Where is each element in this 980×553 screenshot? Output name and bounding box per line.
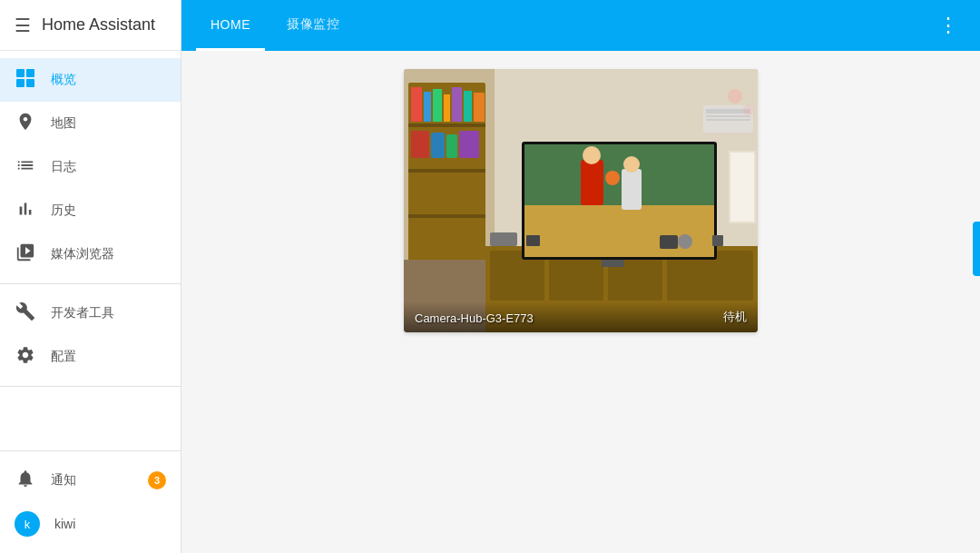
svg-point-37 [623, 156, 640, 173]
svg-rect-13 [424, 92, 431, 122]
sidebar: ☰ Home Assistant 概览 [0, 0, 181, 553]
svg-rect-45 [526, 235, 540, 246]
sidebar-item-devtools[interactable]: 开发者工具 [0, 291, 181, 335]
sidebar-item-notifications[interactable]: 通知 3 [0, 459, 181, 502]
main-content: HOME 摄像监控 ⋮ [181, 0, 980, 553]
sidebar-item-log-label: 日志 [51, 159, 76, 175]
svg-rect-44 [490, 232, 517, 246]
devtools-icon [15, 301, 36, 326]
svg-point-38 [605, 171, 620, 185]
svg-rect-1 [26, 69, 34, 77]
svg-rect-49 [730, 153, 754, 222]
svg-rect-8 [408, 123, 485, 127]
sidebar-item-config[interactable]: 配置 [0, 335, 181, 379]
sidebar-footer: 通知 3 k kiwi [0, 450, 181, 553]
camera-overlay: Camera-Hub-G3-E773 待机 [404, 301, 758, 332]
sidebar-item-log[interactable]: 日志 [0, 145, 181, 189]
svg-point-50 [728, 89, 742, 104]
svg-rect-21 [446, 134, 457, 158]
app-wrapper: ☰ Home Assistant 概览 [0, 0, 980, 553]
history-icon [15, 199, 36, 223]
sidebar-item-history-label: 历史 [51, 202, 76, 219]
svg-rect-36 [622, 169, 642, 210]
sidebar-item-map-label: 地图 [51, 115, 76, 132]
svg-rect-9 [408, 169, 485, 173]
tab-camera-label: 摄像监控 [287, 16, 339, 33]
config-icon [15, 345, 36, 370]
camera-status: 待机 [723, 309, 747, 325]
svg-rect-52 [660, 235, 678, 249]
app-title: Home Assistant [42, 15, 155, 35]
overview-icon [15, 68, 36, 93]
svg-rect-47 [712, 235, 723, 246]
svg-rect-39 [602, 260, 624, 267]
tab-camera[interactable]: 摄像监控 [272, 0, 354, 51]
notifications-icon [15, 469, 36, 493]
svg-rect-42 [706, 115, 750, 117]
tab-home[interactable]: HOME [196, 0, 265, 51]
sidebar-item-notifications-label: 通知 [51, 472, 76, 489]
svg-rect-43 [706, 119, 750, 121]
sidebar-nav: 概览 地图 日志 [0, 51, 181, 450]
svg-rect-33 [524, 205, 714, 257]
svg-rect-18 [474, 93, 485, 122]
camera-card[interactable]: Camera-Hub-G3-E773 待机 [404, 69, 758, 332]
menu-icon[interactable]: ☰ [15, 15, 31, 36]
sidebar-divider-2 [0, 386, 181, 387]
tab-home-label: HOME [211, 17, 250, 32]
sidebar-item-history[interactable]: 历史 [0, 189, 181, 232]
media-icon [15, 242, 36, 267]
svg-rect-14 [433, 89, 442, 122]
svg-rect-17 [464, 91, 472, 122]
svg-rect-2 [16, 79, 24, 87]
camera-feed: Camera-Hub-G3-E773 待机 [404, 69, 758, 332]
content-area: Camera-Hub-G3-E773 待机 [181, 51, 980, 553]
svg-rect-10 [408, 214, 485, 218]
svg-rect-15 [444, 94, 450, 122]
svg-point-35 [583, 146, 601, 164]
svg-rect-12 [411, 87, 422, 122]
sidebar-item-media-label: 媒体浏览器 [51, 246, 114, 262]
svg-rect-19 [411, 131, 429, 158]
svg-rect-20 [431, 133, 445, 158]
log-icon [15, 155, 36, 180]
sidebar-item-map[interactable]: 地图 [0, 102, 181, 145]
svg-rect-0 [16, 69, 24, 77]
topbar: HOME 摄像监控 ⋮ [181, 0, 980, 51]
sidebar-item-overview-label: 概览 [51, 72, 76, 88]
sidebar-item-config-label: 配置 [51, 349, 76, 365]
sidebar-item-user-label: kiwi [54, 517, 75, 531]
map-icon [15, 112, 36, 136]
svg-rect-16 [452, 87, 462, 122]
svg-rect-3 [26, 79, 34, 87]
sidebar-divider-1 [0, 283, 181, 284]
svg-point-51 [743, 104, 754, 115]
more-options-button[interactable]: ⋮ [931, 6, 965, 44]
scroll-indicator[interactable] [973, 222, 980, 276]
sidebar-item-devtools-label: 开发者工具 [51, 305, 114, 321]
svg-point-46 [678, 234, 692, 249]
sidebar-header: ☰ Home Assistant [0, 0, 181, 51]
camera-scene [404, 69, 758, 332]
sidebar-item-media[interactable]: 媒体浏览器 [0, 232, 181, 276]
sidebar-item-user[interactable]: k kiwi [0, 502, 181, 546]
user-avatar: k [15, 511, 40, 537]
sidebar-item-overview[interactable]: 概览 [0, 58, 181, 102]
camera-name: Camera-Hub-G3-E773 [415, 311, 534, 325]
notification-badge: 3 [148, 471, 166, 489]
svg-rect-34 [581, 160, 603, 205]
svg-rect-22 [459, 131, 479, 158]
